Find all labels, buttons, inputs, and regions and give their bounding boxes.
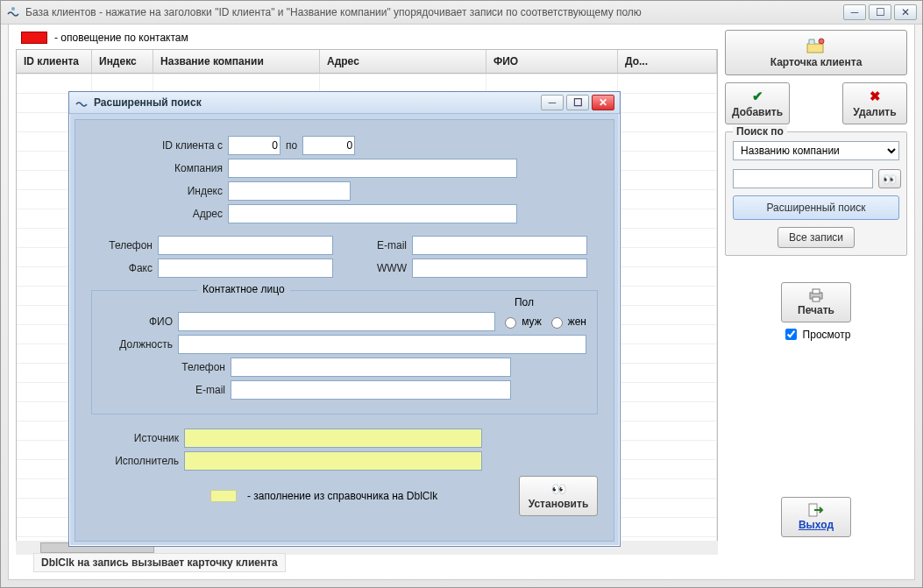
fio-label: ФИО [103, 315, 173, 328]
email-input[interactable] [412, 236, 587, 255]
preview-checkbox[interactable] [785, 329, 797, 340]
main-window: База клиентов - нажатие на заголовки "ID… [0, 0, 923, 588]
dialog-minimize-button[interactable]: ─ [541, 95, 564, 110]
legend-swatch [21, 32, 47, 44]
www-input[interactable] [412, 259, 587, 278]
titlebar: База клиентов - нажатие на заголовки "ID… [1, 1, 922, 25]
address-label: Адрес [91, 208, 223, 220]
cphone-label: Телефон [103, 361, 225, 373]
cemail-label: E-mail [103, 384, 225, 396]
fax-input[interactable] [158, 259, 333, 278]
advanced-search-label: Расширенный поиск [767, 202, 866, 214]
add-button[interactable]: ✔ Добавить [725, 82, 790, 124]
www-label: WWW [354, 262, 407, 274]
x-icon: ✖ [870, 89, 881, 104]
delete-label: Удалить [853, 106, 896, 118]
apply-label: Установить [529, 498, 589, 510]
id-from-input[interactable] [228, 136, 280, 155]
gender-female-radio[interactable]: жен [547, 315, 586, 329]
print-label: Печать [798, 304, 834, 316]
check-icon: ✔ [752, 89, 763, 104]
col-fio[interactable]: ФИО [486, 50, 618, 73]
col-address[interactable]: Адрес [320, 50, 486, 73]
search-label: Поиск по [733, 125, 787, 138]
id-to-label: по [286, 139, 297, 152]
advanced-search-dialog: Расширенный поиск ─ ☐ ✕ ID клиента с по … [68, 91, 621, 547]
client-card-button[interactable]: Карточка клиента [725, 30, 907, 75]
dialog-maximize-button[interactable]: ☐ [566, 95, 589, 110]
preview-label: Просмотр [803, 329, 851, 341]
svg-point-2 [819, 39, 824, 44]
address-input[interactable] [228, 204, 517, 223]
source-label: Источник [91, 432, 179, 444]
client-card-label: Карточка клиента [770, 56, 863, 68]
dblclk-hint: DblClk на запись вызывает карточку клиен… [33, 553, 286, 572]
fio-input[interactable] [178, 312, 495, 331]
binoculars-icon: 👀 [883, 173, 897, 186]
cemail-input[interactable] [231, 380, 511, 400]
cphone-input[interactable] [231, 358, 511, 377]
company-input[interactable] [228, 159, 517, 178]
search-go-button[interactable]: 👀 [878, 169, 901, 188]
all-records-label: Все записи [789, 231, 843, 244]
dialog-title: Расширенный поиск [94, 96, 202, 109]
exit-label: Выход [799, 519, 834, 531]
col-company[interactable]: Название компании [153, 50, 320, 73]
performer-input[interactable] [184, 451, 482, 471]
exit-button[interactable]: Выход [781, 497, 851, 537]
preview-checkbox-row: Просмотр [725, 326, 907, 343]
svg-point-0 [11, 7, 15, 11]
col-id[interactable]: ID клиента [17, 50, 92, 73]
source-input[interactable] [184, 429, 482, 448]
index-label: Индекс [91, 185, 223, 197]
search-by-select[interactable]: Названию компании [733, 141, 899, 160]
content-area: - оповещение по контактам ID клиента Инд… [8, 24, 915, 580]
svg-rect-1 [807, 44, 823, 53]
advanced-search-button[interactable]: Расширенный поиск [733, 195, 899, 220]
table-header: ID клиента Индекс Название компании Адре… [17, 50, 717, 74]
window-title: База клиентов - нажатие на заголовки "ID… [25, 6, 642, 18]
dialog-icon [75, 96, 89, 110]
search-groupbox: Поиск по Названию компании 👀 Расширенный… [725, 131, 907, 256]
right-panel: Карточка клиента ✔ Добавить ✖ Удалить По… [725, 30, 907, 572]
contact-groupbox: Контактное лицо Пол ФИО муж жен Должност… [91, 290, 598, 414]
exit-icon [808, 503, 824, 517]
dialog-titlebar: Расширенный поиск ─ ☐ ✕ [69, 92, 620, 114]
dialog-close-button[interactable]: ✕ [592, 95, 614, 110]
close-button[interactable]: ✕ [894, 4, 917, 20]
dblclk-ref-hint: - заполнение из справочника на DblClk [247, 490, 437, 502]
contact-title: Контактное лицо [197, 283, 290, 295]
id-to-input[interactable] [302, 136, 355, 155]
client-card-icon [806, 37, 827, 54]
print-button[interactable]: Печать [781, 282, 851, 322]
yellow-swatch [210, 490, 237, 502]
add-label: Добавить [732, 106, 783, 118]
legend-text: - оповещение по контактам [54, 32, 188, 44]
col-position[interactable]: До... [618, 50, 717, 73]
printer-icon [807, 288, 825, 302]
binoculars-icon: 👀 [551, 482, 566, 496]
gender-label: Пол [515, 296, 534, 308]
legend: - оповещение по контактам [16, 30, 718, 49]
search-input[interactable] [733, 169, 873, 188]
position-label: Должность [103, 338, 173, 351]
dialog-body: ID клиента с по Компания Индекс Адрес [75, 119, 614, 542]
svg-rect-4 [813, 289, 820, 294]
app-icon [6, 5, 20, 19]
email-label: E-mail [354, 239, 407, 251]
gender-male-radio[interactable]: муж [501, 315, 542, 329]
fax-label: Факс [91, 262, 153, 274]
all-records-button[interactable]: Все записи [777, 227, 855, 248]
phone-input[interactable] [158, 236, 333, 255]
company-label: Компания [91, 162, 223, 174]
svg-rect-5 [813, 297, 820, 301]
apply-button[interactable]: 👀 Установить [519, 476, 598, 516]
col-index[interactable]: Индекс [92, 50, 153, 73]
delete-button[interactable]: ✖ Удалить [842, 82, 907, 124]
index-input[interactable] [228, 181, 351, 201]
performer-label: Исполнитель [91, 455, 179, 467]
position-input[interactable] [178, 335, 586, 354]
id-from-label: ID клиента с [91, 139, 223, 152]
maximize-button[interactable]: ☐ [869, 4, 891, 20]
minimize-button[interactable]: ─ [843, 4, 866, 20]
